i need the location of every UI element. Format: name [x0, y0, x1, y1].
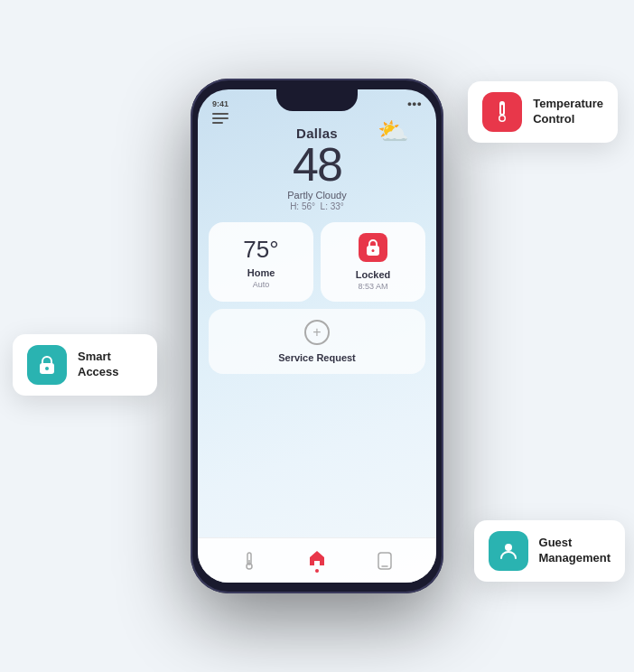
temperature-display: 48	[198, 141, 436, 188]
nav-active-dot	[315, 569, 319, 573]
guest-management-card[interactable]: GuestManagement	[474, 520, 625, 582]
phone-shell: 9:41 ●●● ⛅ Dallas 48 Partly Cloudy H: 56…	[191, 79, 443, 593]
locked-label: Locked	[356, 269, 391, 280]
home-temp-card[interactable]: 75° Home Auto	[209, 222, 313, 302]
locked-card[interactable]: Locked 8:53 AM	[321, 222, 425, 302]
service-label: Service Request	[278, 352, 356, 363]
signal: ●●●	[407, 99, 422, 108]
weather-condition: Partly Cloudy	[198, 190, 436, 201]
weather-icon: ⛅	[378, 117, 409, 146]
scene: 9:41 ●●● ⛅ Dallas 48 Partly Cloudy H: 56…	[0, 0, 634, 672]
plus-icon: +	[304, 320, 330, 345]
service-card[interactable]: + Service Request	[209, 309, 425, 374]
bottom-nav	[198, 537, 436, 583]
lock-icon-wrap	[359, 233, 387, 262]
svg-rect-12	[45, 367, 49, 370]
home-temp-value: 75°	[243, 236, 278, 264]
guest-management-icon	[489, 531, 528, 571]
smart-access-label: SmartAccess	[78, 350, 119, 380]
smart-access-icon	[27, 345, 67, 385]
time: 9:41	[212, 99, 228, 108]
nav-thermometer[interactable]	[241, 551, 257, 571]
nav-tablet[interactable]	[377, 552, 393, 570]
svg-point-1	[372, 249, 375, 252]
weather-section: ⛅ Dallas 48 Partly Cloudy H: 56° L: 33°	[198, 120, 436, 222]
notch	[276, 89, 358, 111]
svg-point-13	[505, 544, 512, 551]
locked-time: 8:53 AM	[358, 282, 387, 291]
svg-rect-9	[501, 105, 503, 114]
smart-access-card[interactable]: SmartAccess	[13, 334, 157, 396]
temperature-control-icon	[482, 92, 522, 132]
home-card-sub: Auto	[253, 280, 270, 289]
phone-screen: 9:41 ●●● ⛅ Dallas 48 Partly Cloudy H: 56…	[198, 89, 436, 583]
nav-home[interactable]	[308, 549, 326, 573]
cards-grid: 75° Home Auto Locked 8:53 AM	[198, 222, 436, 374]
temperature-control-label: TemperatureControl	[533, 97, 603, 127]
weather-hl: H: 56° L: 33°	[198, 201, 436, 211]
svg-point-10	[500, 117, 505, 121]
lock-icon	[365, 238, 381, 257]
home-card-label: Home	[247, 267, 275, 278]
temperature-control-card[interactable]: TemperatureControl	[468, 81, 618, 143]
guest-management-label: GuestManagement	[539, 536, 611, 566]
